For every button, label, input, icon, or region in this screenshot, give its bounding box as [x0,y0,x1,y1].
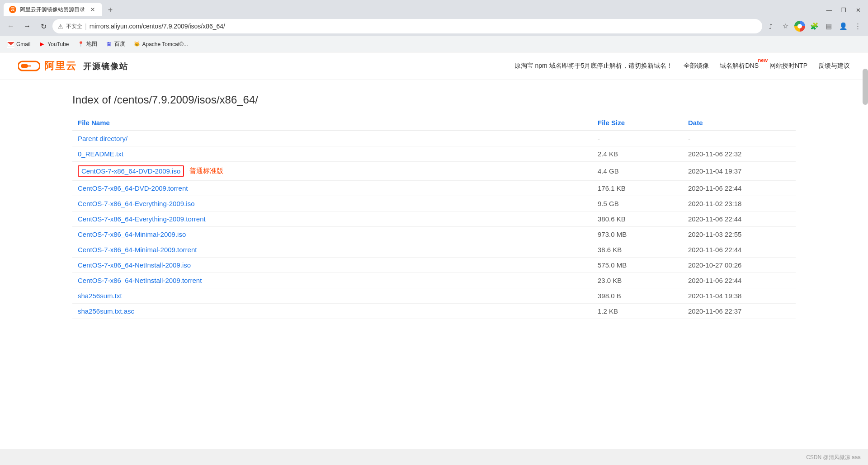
table-row: Parent directory/-- [72,131,796,146]
table-row: CentOS-7-x86_64-NetInstall-2009.torrent2… [72,273,796,288]
column-date: Date [683,115,796,131]
nav-all-mirrors[interactable]: 全部镜像 [684,62,709,70]
file-link[interactable]: CentOS-7-x86_64-DVD-2009.iso [78,165,184,177]
address-input[interactable]: ⚠ 不安全 | mirrors.aliyun.com/centos/7.9.20… [52,19,762,33]
tab-close-button[interactable]: ✕ [89,5,97,14]
nav-dns[interactable]: 域名解析DNS new [720,62,759,70]
file-table-header: File Name File Size Date [72,115,796,131]
file-link[interactable]: CentOS-7-x86_64-NetInstall-2009.iso [78,261,191,269]
file-link[interactable]: CentOS-7-x86_64-Everything-2009.iso [78,200,194,207]
share-icon[interactable]: ⤴ [764,19,778,33]
file-link[interactable]: CentOS-7-x86_64-Everything-2009.torrent [78,215,206,223]
sidebar-icon[interactable]: ▤ [822,19,835,33]
browser-chrome: 云 阿里云开源镜像站资源目录 ✕ + — ❐ ✕ ← → ↻ ⚠ 不安全 | m… [0,0,868,52]
header-nav: 原淘宝 npm 域名即将于5月底停止解析，请切换新域名！ 全部镜像 域名解析DN… [514,62,850,70]
close-button[interactable]: ✕ [852,4,864,16]
page-content: 阿里云 开源镜像站 原淘宝 npm 域名即将于5月底停止解析，请切换新域名！ 全… [0,52,868,449]
file-date: 2020-11-06 22:44 [683,181,796,196]
file-name-cell: CentOS-7-x86_64-NetInstall-2009.iso [72,258,592,273]
file-link[interactable]: CentOS-7-x86_64-NetInstall-2009.torrent [78,277,202,284]
profile-icon[interactable]: 👤 [836,19,850,33]
file-link[interactable]: sha256sum.txt [78,292,122,300]
table-row: sha256sum.txt398.0 B2020-11-04 19:38 [72,288,796,304]
header-notice: 原淘宝 npm 域名即将于5月底停止解析，请切换新域名！ [514,62,673,70]
file-link[interactable]: sha256sum.txt.asc [78,307,134,315]
column-size: File Size [592,115,683,131]
file-link[interactable]: CentOS-7-x86_64-DVD-2009.torrent [78,184,188,192]
maps-favicon: 📍 [77,41,85,48]
file-date: 2020-11-06 22:44 [683,211,796,227]
gmail-favicon [7,41,14,48]
forward-button[interactable]: → [20,19,34,33]
bookmark-baidu[interactable]: 百 百度 [102,38,129,50]
bookmark-youtube[interactable]: ▶ YouTube [35,39,72,50]
new-tab-button[interactable]: + [104,4,117,16]
main-content: Index of /centos/7.9.2009/isos/x86_64/ F… [0,80,868,333]
file-link[interactable]: Parent directory/ [78,135,127,142]
table-row: CentOS-7-x86_64-Everything-2009.iso9.5 G… [72,196,796,211]
name-cell-wrapper: CentOS-7-x86_64-Everything-2009.torrent [78,215,587,223]
file-size: - [592,131,683,146]
file-name-cell: CentOS-7-x86_64-Everything-2009.torrent [72,211,592,227]
minimize-button[interactable]: — [823,4,835,16]
address-right-icons: ⤴ ☆ 🧩 ▤ 👤 ⋮ [764,19,864,33]
active-tab[interactable]: 云 阿里云开源镜像站资源目录 ✕ [4,3,102,16]
name-cell-wrapper: Parent directory/ [78,135,587,142]
name-cell-wrapper: sha256sum.txt [78,292,587,300]
file-date: - [683,131,796,146]
bookmark-tomcat[interactable]: 🐱 Apache Tomcat®... [130,39,192,50]
menu-icon[interactable]: ⋮ [851,19,864,33]
file-size: 176.1 KB [592,181,683,196]
table-row: CentOS-7-x86_64-DVD-2009.iso普通标准版4.4 GB2… [72,162,796,181]
file-size: 380.6 KB [592,211,683,227]
name-cell-wrapper: CentOS-7-x86_64-NetInstall-2009.torrent [78,277,587,284]
nav-ntp[interactable]: 网站授时NTP [769,62,807,70]
logo-area: 阿里云 开源镜像站 [18,58,128,74]
table-row: CentOS-7-x86_64-NetInstall-2009.iso575.0… [72,258,796,273]
tab-bar: 云 阿里云开源镜像站资源目录 ✕ + — ❐ ✕ [0,0,868,16]
column-name: File Name [72,115,592,131]
file-date: 2020-11-06 22:44 [683,242,796,258]
file-name-cell: sha256sum.txt.asc [72,304,592,319]
table-row: CentOS-7-x86_64-Everything-2009.torrent3… [72,211,796,227]
file-size: 1.2 KB [592,304,683,319]
back-button[interactable]: ← [4,19,18,33]
file-name-cell: CentOS-7-x86_64-NetInstall-2009.torrent [72,273,592,288]
name-cell-wrapper: CentOS-7-x86_64-Minimal-2009.iso [78,230,587,238]
bookmark-gmail[interactable]: Gmail [4,39,34,50]
nav-feedback[interactable]: 反馈与建议 [818,62,850,70]
file-date: 2020-11-03 22:55 [683,227,796,242]
file-link[interactable]: 0_README.txt [78,150,123,158]
reload-button[interactable]: ↻ [36,19,51,33]
maximize-button[interactable]: ❐ [837,4,850,16]
file-date: 2020-11-02 23:18 [683,196,796,211]
file-link[interactable]: CentOS-7-x86_64-Minimal-2009.iso [78,230,186,238]
file-size: 575.0 MB [592,258,683,273]
extensions-icon[interactable]: 🧩 [807,19,821,33]
youtube-favicon: ▶ [38,41,46,48]
name-cell-wrapper: CentOS-7-x86_64-Minimal-2009.torrent [78,246,587,254]
file-date: 2020-11-06 22:32 [683,146,796,162]
file-link[interactable]: CentOS-7-x86_64-Minimal-2009.torrent [78,246,197,254]
file-size: 4.4 GB [592,162,683,181]
baidu-favicon: 百 [105,41,113,48]
name-cell-wrapper: 0_README.txt [78,150,587,158]
site-logo-text: 阿里云 开源镜像站 [44,59,128,73]
table-row: CentOS-7-x86_64-DVD-2009.torrent176.1 KB… [72,181,796,196]
file-name-cell: Parent directory/ [72,131,592,146]
svg-rect-2 [21,64,28,68]
bookmark-icon[interactable]: ☆ [778,19,792,33]
scrollbar[interactable] [863,69,868,105]
bookmark-maps[interactable]: 📍 地图 [74,38,101,50]
file-size: 398.0 B [592,288,683,304]
tab-favicon: 云 [9,6,16,13]
bookmark-gmail-label: Gmail [16,41,30,47]
window-controls: — ❐ ✕ [823,4,864,16]
file-name-cell: CentOS-7-x86_64-DVD-2009.torrent [72,181,592,196]
file-table-body: Parent directory/--0_README.txt2.4 KB202… [72,131,796,319]
name-cell-wrapper: CentOS-7-x86_64-DVD-2009.iso普通标准版 [78,165,587,177]
chrome-logo [793,19,807,33]
aliyun-logo [18,58,40,74]
table-row: sha256sum.txt.asc1.2 KB2020-11-06 22:37 [72,304,796,319]
file-name-cell: 0_README.txt [72,146,592,162]
